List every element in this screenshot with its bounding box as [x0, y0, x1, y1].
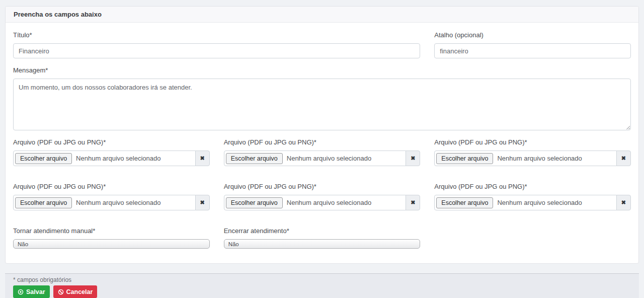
choose-file-button-3[interactable]: Escolher arquivo	[436, 153, 493, 164]
file-input-1[interactable]: Escolher arquivo Nenhum arquivo selecion…	[13, 151, 196, 166]
choose-file-button-4[interactable]: Escolher arquivo	[15, 197, 72, 208]
encerrar-label: Encerrar atendimento*	[224, 227, 421, 235]
clear-file-button-4[interactable]: ✖	[195, 195, 210, 210]
cancel-button[interactable]: Cancelar	[53, 285, 98, 298]
arquivo-label-1: Arquivo (PDF ou JPG ou PNG)*	[13, 138, 210, 146]
file-status-text-4: Nenhum arquivo selecionado	[76, 199, 160, 206]
choose-file-button-5[interactable]: Escolher arquivo	[226, 197, 283, 208]
file-upload-group-4: Escolher arquivo Nenhum arquivo selecion…	[13, 195, 210, 210]
arquivo-label-6: Arquivo (PDF ou JPG ou PNG)*	[434, 183, 631, 191]
file-status-text-6: Nenhum arquivo selecionado	[497, 199, 582, 206]
arquivo-label-2: Arquivo (PDF ou JPG ou PNG)*	[224, 138, 421, 146]
x-icon: ✖	[200, 155, 205, 162]
x-icon: ✖	[621, 199, 626, 206]
form-card: Preencha os campos abaixo Título* Financ…	[5, 6, 639, 264]
file-input-3[interactable]: Escolher arquivo Nenhum arquivo selecion…	[434, 151, 617, 166]
tornar-manual-label: Tornar atendimento manual*	[13, 227, 210, 235]
file-upload-group-1: Escolher arquivo Nenhum arquivo selecion…	[13, 151, 210, 166]
choose-file-button-2[interactable]: Escolher arquivo	[226, 153, 283, 164]
card-body: Título* Financeiro Atalho (opcional) fin…	[6, 23, 638, 263]
tornar-manual-select[interactable]: Não	[13, 239, 210, 249]
required-fields-note: * campos obrigatórios	[13, 276, 631, 283]
titulo-label: Título*	[13, 31, 420, 39]
file-input-4[interactable]: Escolher arquivo Nenhum arquivo selecion…	[13, 195, 196, 210]
clear-file-button-2[interactable]: ✖	[406, 151, 420, 166]
file-upload-group-6: Escolher arquivo Nenhum arquivo selecion…	[434, 195, 631, 210]
mensagem-label: Mensagem*	[13, 66, 631, 74]
x-icon: ✖	[200, 199, 205, 206]
ban-icon	[58, 289, 64, 295]
clear-file-button-5[interactable]: ✖	[406, 195, 420, 210]
atalho-label: Atalho (opcional)	[434, 31, 631, 39]
x-icon: ✖	[621, 155, 626, 162]
choose-file-button-1[interactable]: Escolher arquivo	[15, 153, 72, 164]
cancel-button-label: Cancelar	[66, 288, 93, 295]
encerrar-select[interactable]: Não	[224, 239, 421, 249]
save-button[interactable]: Salvar	[13, 285, 50, 298]
card-header-title: Preencha os campos abaixo	[6, 7, 638, 23]
file-input-5[interactable]: Escolher arquivo Nenhum arquivo selecion…	[224, 195, 407, 210]
clear-file-button-1[interactable]: ✖	[195, 151, 210, 166]
save-button-label: Salvar	[26, 288, 45, 295]
mensagem-textarea[interactable]: Um momento, um dos nossos colaboradores …	[13, 79, 631, 130]
file-upload-group-3: Escolher arquivo Nenhum arquivo selecion…	[434, 151, 631, 166]
file-upload-group-5: Escolher arquivo Nenhum arquivo selecion…	[224, 195, 421, 210]
file-status-text-3: Nenhum arquivo selecionado	[497, 155, 582, 162]
atalho-input[interactable]: financeiro	[434, 43, 631, 58]
file-status-text-2: Nenhum arquivo selecionado	[287, 155, 371, 162]
arquivo-label-3: Arquivo (PDF ou JPG ou PNG)*	[434, 138, 631, 146]
file-input-6[interactable]: Escolher arquivo Nenhum arquivo selecion…	[434, 195, 617, 210]
clear-file-button-6[interactable]: ✖	[616, 195, 631, 210]
dot-circle-icon	[18, 289, 24, 295]
file-status-text-5: Nenhum arquivo selecionado	[287, 199, 371, 206]
file-status-text-1: Nenhum arquivo selecionado	[76, 155, 160, 162]
form-footer: * campos obrigatórios Salvar Cancelar	[5, 273, 639, 298]
arquivo-label-5: Arquivo (PDF ou JPG ou PNG)*	[224, 183, 421, 191]
arquivo-label-4: Arquivo (PDF ou JPG ou PNG)*	[13, 183, 210, 191]
choose-file-button-6[interactable]: Escolher arquivo	[436, 197, 493, 208]
file-input-2[interactable]: Escolher arquivo Nenhum arquivo selecion…	[224, 151, 407, 166]
clear-file-button-3[interactable]: ✖	[616, 151, 631, 166]
file-upload-group-2: Escolher arquivo Nenhum arquivo selecion…	[224, 151, 421, 166]
titulo-input[interactable]: Financeiro	[13, 43, 420, 58]
x-icon: ✖	[411, 199, 415, 206]
x-icon: ✖	[411, 155, 415, 162]
